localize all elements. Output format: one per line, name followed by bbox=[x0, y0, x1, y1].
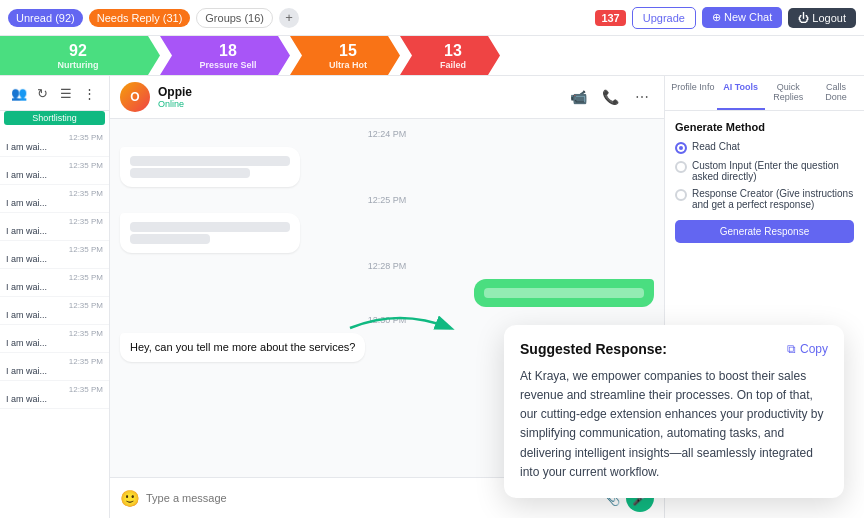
tab-groups[interactable]: Groups (16) bbox=[196, 8, 273, 28]
chat-item-name: I am wai... bbox=[6, 366, 103, 376]
popup-title: Suggested Response: bbox=[520, 341, 667, 357]
placeholder-line-4 bbox=[130, 234, 210, 244]
chat-item-time: 12:35 PM bbox=[6, 189, 103, 198]
contacts-icon[interactable]: 👥 bbox=[8, 82, 30, 104]
sent-placeholder bbox=[484, 288, 644, 298]
placeholder-line-2 bbox=[130, 168, 250, 178]
tab-ai-tools[interactable]: AI Tools bbox=[717, 76, 765, 110]
failed-count: 13 bbox=[444, 41, 462, 60]
chat-item-name: I am wai... bbox=[6, 142, 103, 152]
sidebar-header: 👥 ↻ ☰ ⋮ bbox=[0, 76, 109, 111]
chat-item-time: 12:35 PM bbox=[6, 245, 103, 254]
radio-label-2: Custom Input (Enter the question asked d… bbox=[692, 160, 854, 182]
more-options-icon[interactable]: ⋯ bbox=[630, 85, 654, 109]
chat-item-time: 12:35 PM bbox=[6, 385, 103, 394]
radio-circle-2 bbox=[675, 161, 687, 173]
chat-list-item[interactable]: 12:35 PM I am wai... bbox=[0, 157, 109, 185]
funnel-failed[interactable]: 13 Failed bbox=[400, 36, 500, 75]
chat-list: 12:35 PM I am wai... 12:35 PM I am wai..… bbox=[0, 129, 109, 518]
msg-time-1: 12:24 PM bbox=[120, 129, 654, 139]
radio-circle-3 bbox=[675, 189, 687, 201]
placeholder-line-3 bbox=[130, 222, 290, 232]
avatar: O bbox=[120, 82, 150, 112]
video-call-icon[interactable]: 📹 bbox=[566, 85, 590, 109]
refresh-icon[interactable]: ↻ bbox=[32, 82, 54, 104]
chat-item-time: 12:35 PM bbox=[6, 217, 103, 226]
pressure-label: Pressure Sell bbox=[199, 60, 256, 71]
radio-group: Read Chat Custom Input (Enter the questi… bbox=[675, 141, 854, 210]
chat-list-item[interactable]: 12:35 PM I am wai... bbox=[0, 297, 109, 325]
chat-item-name: I am wai... bbox=[6, 310, 103, 320]
ultrahot-label: Ultra Hot bbox=[329, 60, 367, 71]
funnel-ultra-hot[interactable]: 15 Ultra Hot bbox=[290, 36, 400, 75]
right-panel-tabs: Profile Info AI Tools Quick Replies Call… bbox=[665, 76, 864, 111]
unread-count-badge: 137 bbox=[595, 10, 625, 26]
logout-button[interactable]: ⏻ Logout bbox=[788, 8, 856, 28]
chat-item-name: I am wai... bbox=[6, 198, 103, 208]
nurturing-label: Nurturing bbox=[58, 60, 99, 71]
contact-name: Oppie bbox=[158, 85, 192, 99]
chat-contact-info: Oppie Online bbox=[158, 85, 192, 109]
bubble-received-2 bbox=[120, 213, 300, 253]
contact-status: Online bbox=[158, 99, 192, 109]
suggested-response-popup: Suggested Response: ⧉ Copy At Kraya, we … bbox=[504, 325, 844, 498]
chat-list-item[interactable]: 12:35 PM I am wai... bbox=[0, 185, 109, 213]
copy-button[interactable]: ⧉ Copy bbox=[787, 342, 828, 356]
popup-header: Suggested Response: ⧉ Copy bbox=[520, 341, 828, 357]
chat-item-name: I am wai... bbox=[6, 226, 103, 236]
chat-list-item[interactable]: 12:35 PM I am wai... bbox=[0, 269, 109, 297]
tab-calls-done[interactable]: Calls Done bbox=[812, 76, 860, 110]
chat-list-item[interactable]: 12:35 PM I am wai... bbox=[0, 241, 109, 269]
arrow-indicator bbox=[340, 298, 460, 358]
radio-circle-1 bbox=[675, 142, 687, 154]
tab-needs-reply[interactable]: Needs Reply (31) bbox=[89, 9, 191, 27]
chat-list-item[interactable]: 12:35 PM I am wai... bbox=[0, 381, 109, 409]
phone-icon[interactable]: 📞 bbox=[598, 85, 622, 109]
upgrade-button[interactable]: Upgrade bbox=[632, 7, 696, 29]
generate-method-title: Generate Method bbox=[675, 121, 854, 133]
new-chat-button[interactable]: ⊕ New Chat bbox=[702, 7, 782, 28]
chat-item-time: 12:35 PM bbox=[6, 329, 103, 338]
sidebar: 👥 ↻ ☰ ⋮ Shortlisting 12:35 PM I am wai..… bbox=[0, 76, 110, 518]
chat-item-name: I am wai... bbox=[6, 170, 103, 180]
radio-label-3: Response Creator (Give instructions and … bbox=[692, 188, 854, 210]
radio-custom-input[interactable]: Custom Input (Enter the question asked d… bbox=[675, 160, 854, 182]
generate-response-button[interactable]: Generate Response bbox=[675, 220, 854, 243]
chat-list-item[interactable]: 12:35 PM I am wai... bbox=[0, 325, 109, 353]
placeholder-line-1 bbox=[130, 156, 290, 166]
radio-response-creator[interactable]: Response Creator (Give instructions and … bbox=[675, 188, 854, 210]
chat-header: O Oppie Online 📹 📞 ⋯ bbox=[110, 76, 664, 119]
tab-quick-replies[interactable]: Quick Replies bbox=[765, 76, 813, 110]
tab-unread[interactable]: Unread (92) bbox=[8, 9, 83, 27]
pressure-count: 18 bbox=[219, 41, 237, 60]
nurturing-count: 92 bbox=[69, 41, 87, 60]
bubble-sent-1 bbox=[474, 279, 654, 307]
chat-list-item[interactable]: 12:35 PM I am wai... bbox=[0, 129, 109, 157]
bubble-received-1 bbox=[120, 147, 300, 187]
chat-item-time: 12:35 PM bbox=[6, 133, 103, 142]
top-bar: Unread (92) Needs Reply (31) Groups (16)… bbox=[0, 0, 864, 36]
more-icon[interactable]: ⋮ bbox=[79, 82, 101, 104]
chat-item-time: 12:35 PM bbox=[6, 357, 103, 366]
shortlisting-tab[interactable]: Shortlisting bbox=[4, 111, 105, 125]
msg-time-2: 12:25 PM bbox=[120, 195, 654, 205]
tab-profile-info[interactable]: Profile Info bbox=[669, 76, 717, 110]
chat-list-item[interactable]: 12:35 PM I am wai... bbox=[0, 353, 109, 381]
chat-list-item[interactable]: 12:35 PM I am wai... bbox=[0, 213, 109, 241]
chat-item-time: 12:35 PM bbox=[6, 301, 103, 310]
funnel-bar: 92 Nurturing 18 Pressure Sell 15 Ultra H… bbox=[0, 36, 864, 76]
chat-item-name: I am wai... bbox=[6, 254, 103, 264]
copy-icon: ⧉ bbox=[787, 342, 796, 356]
radio-label-1: Read Chat bbox=[692, 141, 740, 152]
radio-read-chat[interactable]: Read Chat bbox=[675, 141, 854, 154]
emoji-icon[interactable]: 🙂 bbox=[120, 489, 140, 508]
list-icon[interactable]: ☰ bbox=[55, 82, 77, 104]
suggested-text: At Kraya, we empower companies to boost … bbox=[520, 367, 828, 482]
chat-item-time: 12:35 PM bbox=[6, 273, 103, 282]
chat-item-name: I am wai... bbox=[6, 338, 103, 348]
funnel-pressure[interactable]: 18 Pressure Sell bbox=[160, 36, 290, 75]
ultrahot-count: 15 bbox=[339, 41, 357, 60]
add-tab-button[interactable]: + bbox=[279, 8, 299, 28]
chat-item-name: I am wai... bbox=[6, 394, 103, 404]
funnel-nurturing[interactable]: 92 Nurturing bbox=[0, 36, 160, 75]
